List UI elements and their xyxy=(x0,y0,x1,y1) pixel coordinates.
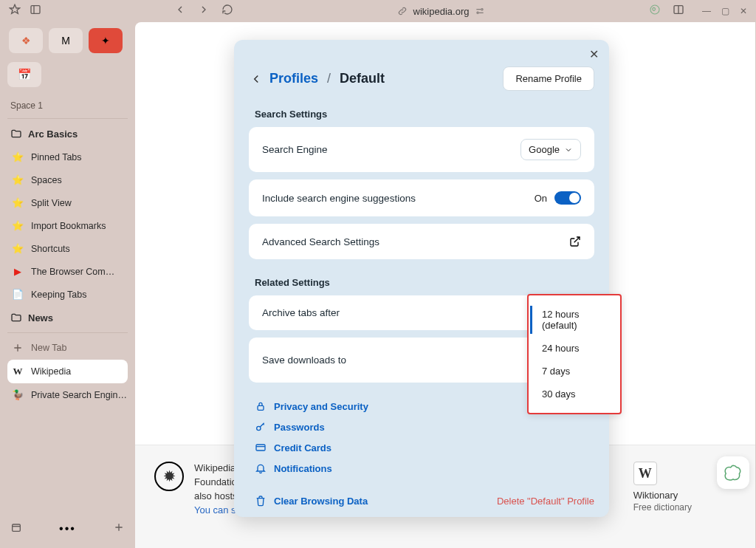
delete-profile-link[interactable]: Delete "Default" Profile xyxy=(497,496,594,507)
external-link-icon xyxy=(569,236,581,247)
sidebar-toggle-icon[interactable] xyxy=(30,4,41,18)
window-minimize-icon[interactable]: — xyxy=(702,6,711,16)
svg-rect-5 xyxy=(13,524,21,531)
window-close-icon[interactable]: ✕ xyxy=(740,6,747,16)
dropdown-option-24h[interactable]: 24 hours xyxy=(529,337,620,360)
rename-profile-button[interactable]: Rename Profile xyxy=(503,66,594,91)
sidebar-item-spaces[interactable]: ⭐Spaces xyxy=(7,168,128,191)
titlebar: wikipedia.org — ▢ ✕ xyxy=(0,0,756,22)
card-icon xyxy=(255,442,267,453)
key-icon xyxy=(255,421,267,433)
related-links: Privacy and Security Passwords Credit Ca… xyxy=(255,400,594,507)
svg-rect-0 xyxy=(31,6,40,14)
dropdown-option-30d[interactable]: 30 days xyxy=(529,383,620,405)
space-label: Space 1 xyxy=(7,96,128,115)
chatgpt-fab[interactable] xyxy=(717,456,749,489)
new-tab-button[interactable]: New Tab xyxy=(7,336,128,360)
section-search-settings: Search Settings xyxy=(255,109,594,120)
dropdown-option-12h[interactable]: 12 hours (default) xyxy=(529,303,620,337)
nav-back-icon[interactable] xyxy=(174,4,186,18)
chatgpt-icon[interactable] xyxy=(649,4,661,18)
row-search-engine: Search Engine Google xyxy=(249,127,594,172)
sidebar-item-browser-company[interactable]: ▶The Browser Com… xyxy=(7,260,128,283)
favorite-tile-gmail[interactable]: M xyxy=(49,28,83,53)
breadcrumb-profiles[interactable]: Profiles xyxy=(269,71,318,86)
sidebar-item-pinned-tabs[interactable]: ⭐Pinned Tabs xyxy=(7,145,128,168)
svg-rect-8 xyxy=(256,445,265,451)
window-maximize-icon[interactable]: ▢ xyxy=(721,6,729,16)
row-suggestions: Include search engine suggestions On xyxy=(249,179,594,216)
archive-icon[interactable] xyxy=(10,521,22,536)
tab-private-search[interactable]: 🦆Private Search Engin… xyxy=(7,383,128,406)
arc-logo-icon[interactable] xyxy=(9,4,21,18)
more-icon[interactable]: ••• xyxy=(59,522,76,535)
archive-tabs-dropdown: 12 hours (default) 24 hours 7 days 30 da… xyxy=(527,294,622,414)
chevron-down-icon xyxy=(564,145,573,154)
close-icon[interactable]: ✕ xyxy=(589,47,599,61)
tab-wikipedia[interactable]: WWikipedia xyxy=(7,360,128,383)
sidebar-footer: ••• xyxy=(7,516,128,542)
divider xyxy=(7,118,128,119)
breadcrumb-separator: / xyxy=(327,71,331,86)
nav-reload-icon[interactable] xyxy=(221,4,233,18)
section-related-settings: Related Settings xyxy=(255,277,594,288)
wikimedia-logo-icon: ✹ xyxy=(154,462,184,491)
profile-settings-modal: ✕ Profiles / Default Rename Profile Sear… xyxy=(234,40,609,517)
dropdown-option-7d[interactable]: 7 days xyxy=(529,360,620,383)
bell-icon xyxy=(255,462,267,474)
modal-header: Profiles / Default Rename Profile xyxy=(249,40,594,91)
sidebar-item-split-view[interactable]: ⭐Split View xyxy=(7,191,128,214)
favorite-tile-1[interactable]: ❖ xyxy=(9,28,43,53)
svg-rect-6 xyxy=(258,405,264,410)
link-notifications[interactable]: Notifications xyxy=(255,462,594,474)
folder-icon xyxy=(10,128,22,140)
breadcrumb-current: Default xyxy=(340,71,385,86)
favorite-tile-3[interactable]: ✦ xyxy=(89,28,123,53)
svg-point-7 xyxy=(257,426,261,430)
favorite-tiles: ❖ M ✦ xyxy=(7,28,128,53)
sidebar-item-shortcuts[interactable]: ⭐Shortcuts xyxy=(7,237,128,260)
lock-icon xyxy=(255,400,267,412)
folder-news[interactable]: News xyxy=(7,306,128,329)
search-engine-select[interactable]: Google xyxy=(520,139,581,160)
wiktionary-icon: W xyxy=(633,462,657,485)
link-icon xyxy=(397,6,408,16)
trash-icon xyxy=(255,495,267,507)
divider xyxy=(7,332,128,333)
add-icon[interactable] xyxy=(113,521,125,536)
folder-icon xyxy=(10,312,22,323)
nav-forward-icon[interactable] xyxy=(198,4,210,18)
link-passwords[interactable]: Passwords xyxy=(255,421,594,433)
sidebar-item-keeping-tabs[interactable]: 📄Keeping Tabs xyxy=(7,283,128,306)
site-settings-icon[interactable] xyxy=(475,6,485,16)
svg-point-1 xyxy=(481,9,483,10)
plus-icon xyxy=(12,342,24,354)
suggestions-toggle[interactable] xyxy=(554,191,581,205)
link-clear-data[interactable]: Clear Browsing Data xyxy=(255,495,368,507)
url-text: wikipedia.org xyxy=(413,6,470,17)
split-view-icon[interactable] xyxy=(673,4,684,18)
sidebar: ❖ M ✦ 📅 Space 1 Arc Basics ⭐Pinned Tabs … xyxy=(0,22,135,548)
folder-arc-basics[interactable]: Arc Basics xyxy=(7,122,128,145)
sidebar-item-import-bookmarks[interactable]: ⭐Import Bookmarks xyxy=(7,214,128,237)
link-credit-cards[interactable]: Credit Cards xyxy=(255,442,594,453)
back-icon[interactable] xyxy=(249,72,264,86)
url-bar[interactable]: wikipedia.org xyxy=(397,6,486,17)
favorite-tile-calendar[interactable]: 📅 xyxy=(7,62,41,87)
row-advanced-search[interactable]: Advanced Search Settings xyxy=(249,224,594,259)
svg-point-2 xyxy=(477,12,478,13)
